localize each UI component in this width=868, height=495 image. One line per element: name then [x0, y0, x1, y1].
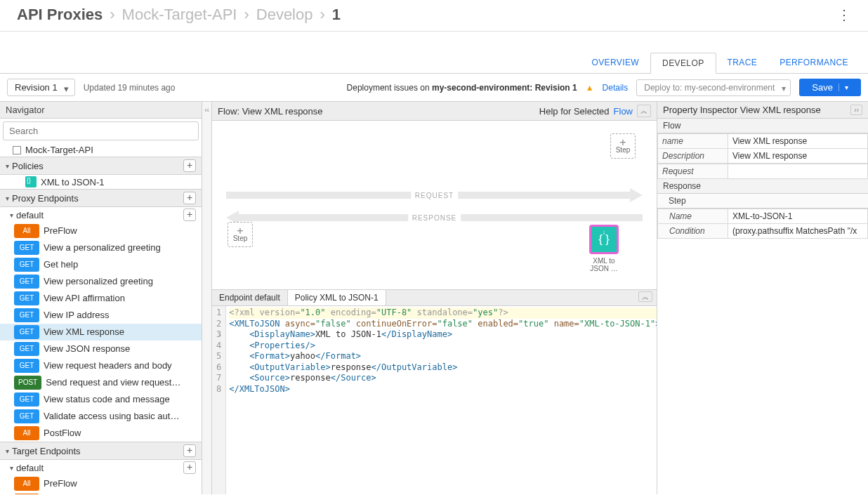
flow-help-link[interactable]: Flow	[614, 106, 633, 117]
chevron-right-icon: ›	[110, 6, 114, 24]
canvas-header: Flow: View XML response Help for Selecte…	[212, 102, 657, 121]
flow-label: View IP address	[44, 309, 109, 322]
flow-item[interactable]: GETView IP address	[0, 307, 202, 324]
add-flow-button[interactable]: +	[183, 209, 196, 221]
method-badge: GET	[14, 359, 39, 373]
flow-label: View API affirmation	[44, 292, 125, 305]
prop-step-name-value[interactable]: XML-to-JSON-1	[728, 209, 868, 224]
plus-icon: +	[619, 139, 626, 146]
inspector-step-section: Step	[657, 194, 868, 209]
flow-label: PreFlow	[44, 225, 77, 237]
navigator-panel: Navigator Mock-Target-API ▾Policies+ XML…	[0, 102, 202, 494]
flow-item[interactable]: POSTSend request and view request…	[0, 374, 202, 391]
flow-item[interactable]: AllPostFlow	[0, 425, 202, 442]
caret-down-icon: ▾	[6, 447, 9, 455]
tab-performance[interactable]: PERFORMANCE	[768, 53, 860, 73]
tab-develop[interactable]: DEVELOP	[650, 53, 716, 74]
flow-item[interactable]: GETGet help	[0, 256, 202, 273]
tab-overview[interactable]: OVERVIEW	[580, 53, 650, 73]
chevron-right-icon: ›	[244, 6, 249, 24]
code-body[interactable]: <?xml version="1.0" encoding="UTF-8" sta…	[226, 306, 657, 494]
collapse-canvas-button[interactable]: ︽	[637, 105, 651, 117]
flow-item[interactable]: GETView personalized greeting	[0, 273, 202, 290]
xml-to-json-policy-icon[interactable]: { }	[589, 225, 619, 254]
method-badge: GET	[14, 275, 39, 289]
flow-item[interactable]: GETView request headers and body	[0, 357, 202, 374]
document-icon	[13, 146, 21, 154]
deploy-to-select[interactable]: Deploy to: my-second-environment ▾	[636, 79, 791, 96]
flow-label: View XML response	[44, 326, 124, 338]
flow-item[interactable]: AllPreFlow	[0, 475, 202, 492]
flow-item[interactable]: AllPostFlow	[0, 492, 202, 494]
prop-condition-label: Condition	[658, 224, 728, 239]
code-editor[interactable]: 12 ▾345678 <?xml version="1.0" encoding=…	[212, 306, 657, 494]
policies-section[interactable]: ▾Policies+	[0, 157, 202, 175]
kebab-menu-icon[interactable]: ⋮	[833, 6, 855, 23]
target-default-endpoint[interactable]: ▾default+	[0, 460, 202, 475]
navigator-tree: Mock-Target-API ▾Policies+ XML to JSON-1…	[0, 143, 202, 494]
breadcrumb-proxy[interactable]: Mock-Target-API	[122, 6, 237, 24]
flow-label: View personalized greeting	[44, 275, 153, 288]
details-link[interactable]: Details	[603, 83, 629, 93]
add-request-step-button[interactable]: +Step	[610, 133, 636, 159]
request-arrow: REQUEST	[226, 188, 643, 202]
policy-node[interactable]: { } XML to JSON …	[589, 225, 619, 272]
inspector-header: Property Inspector View XML response ››	[657, 102, 868, 119]
collapse-editor-button[interactable]: ︽	[638, 291, 652, 302]
method-badge: GET	[14, 342, 39, 356]
save-label: Save	[812, 82, 833, 93]
proxy-endpoints-section[interactable]: ▾Proxy Endpoints+	[0, 189, 202, 207]
line-gutter: 12 ▾345678	[212, 306, 226, 494]
method-badge: GET	[14, 325, 39, 339]
flow-item[interactable]: GETValidate access using basic aut…	[0, 408, 202, 425]
flow-item[interactable]: GETView API affirmation	[0, 290, 202, 307]
response-arrow: RESPONSE	[226, 211, 643, 225]
target-endpoints-section[interactable]: ▾Target Endpoints+	[0, 442, 202, 460]
flow-label: View status code and message	[44, 393, 170, 406]
add-target-flow-button[interactable]: +	[183, 461, 196, 474]
action-bar: Revision 1 ▾ Updated 19 minutes ago Depl…	[0, 74, 868, 102]
add-response-step-button[interactable]: +Step	[228, 222, 253, 247]
editor-tab-policy[interactable]: Policy XML to JSON-1	[288, 290, 386, 305]
breadcrumb-develop[interactable]: Develop	[256, 6, 313, 24]
prop-request-value[interactable]	[728, 164, 868, 179]
xml-to-json-icon	[25, 176, 37, 187]
breadcrumb-root[interactable]: API Proxies	[17, 6, 103, 24]
navigator-header: Navigator	[0, 102, 202, 119]
flow-item[interactable]: GETView JSON response	[0, 341, 202, 357]
tab-trace[interactable]: TRACE	[716, 53, 769, 73]
editor-tab-endpoint[interactable]: Endpoint default	[212, 290, 288, 305]
expand-inspector-button[interactable]: ››	[850, 105, 862, 115]
flow-label: PostFlow	[44, 427, 81, 440]
collapse-navigator-button[interactable]: ‹‹	[202, 102, 212, 494]
add-policy-button[interactable]: +	[183, 159, 196, 172]
inspector-flow-table: nameView XML response DescriptionView XM…	[657, 133, 868, 164]
revision-select[interactable]: Revision 1 ▾	[7, 79, 75, 96]
method-badge: GET	[14, 308, 39, 322]
caret-down-icon[interactable]: ▾	[839, 84, 848, 91]
flow-diagram: +Step REQUEST RESPONSE +Step { } XML to …	[212, 121, 657, 289]
flow-item[interactable]: AllPreFlow	[0, 223, 202, 239]
flow-item[interactable]: GETView status code and message	[0, 391, 202, 408]
flow-label: View JSON response	[44, 343, 130, 355]
prop-condition-value[interactable]: (proxy.pathsuffix MatchesPath "/x	[728, 224, 868, 239]
flow-item[interactable]: GETView XML response	[0, 324, 202, 341]
caret-down-icon: ▾	[10, 464, 13, 472]
method-badge: GET	[14, 258, 39, 272]
add-target-endpoint-button[interactable]: +	[183, 444, 196, 457]
flow-item[interactable]: GETView a personalized greeting	[0, 239, 202, 256]
method-badge: GET	[14, 241, 39, 255]
policy-item[interactable]: XML to JSON-1	[0, 175, 202, 189]
prop-desc-value[interactable]: View XML response	[728, 149, 868, 164]
flow-label: Validate access using basic aut…	[44, 410, 179, 423]
breadcrumb: API Proxies › Mock-Target-API › Develop …	[17, 6, 341, 24]
save-button[interactable]: Save ▾	[799, 79, 861, 96]
default-endpoint[interactable]: ▾default+	[0, 207, 202, 223]
caret-down-icon: ▾	[782, 84, 786, 93]
caret-down-icon: ▾	[6, 194, 9, 202]
add-proxy-endpoint-button[interactable]: +	[183, 192, 196, 204]
search-input[interactable]	[3, 121, 199, 140]
prop-name-value[interactable]: View XML response	[728, 134, 868, 149]
proxy-root-item[interactable]: Mock-Target-API	[0, 143, 202, 157]
inspector-step-table: NameXML-to-JSON-1 Condition(proxy.pathsu…	[657, 209, 868, 239]
